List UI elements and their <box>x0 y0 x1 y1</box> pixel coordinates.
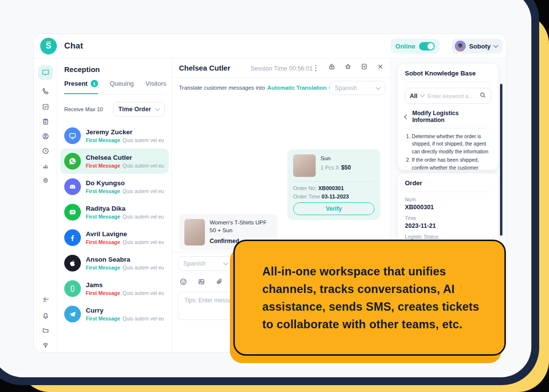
knowledge-search[interactable]: All Enter keyword a... <box>405 88 491 104</box>
marketing-callout: All-in-one workspace that unifies channe… <box>233 240 506 356</box>
sort-order-select[interactable]: Time Order <box>113 102 165 117</box>
article-back-row[interactable]: Modify Logistics Information <box>405 110 491 128</box>
nav-rail <box>34 58 57 352</box>
nav-analytics-icon[interactable] <box>38 158 53 173</box>
apple-channel-icon <box>64 255 81 271</box>
translate-language-select[interactable]: Spanish <box>329 81 385 95</box>
callout-text: All-in-one workspace that unifies channe… <box>235 263 504 333</box>
status-badge: First Message <box>86 214 120 220</box>
rail-folder-icon[interactable] <box>38 323 53 338</box>
status-badge: First Message <box>86 163 120 169</box>
chevron-down-icon <box>420 93 425 98</box>
article-steps: Determine whether the order is shipped, … <box>412 133 491 179</box>
mobile-channel-icon <box>64 280 81 297</box>
order-title: Order <box>405 179 491 192</box>
verify-button[interactable]: Verify <box>293 202 374 215</box>
nav-phone-icon[interactable] <box>38 84 53 98</box>
chat-header: Chelsea Cutler Session Time 00:56:01 ⋮ <box>172 58 390 78</box>
discord-channel-icon <box>64 178 81 195</box>
page-title: Chat <box>64 41 83 51</box>
search-icon[interactable] <box>479 92 486 100</box>
translate-bar: Translate customer messages intoAutomati… <box>172 78 390 98</box>
svg-text:LINE: LINE <box>71 211 75 213</box>
chevron-down-icon <box>155 106 160 111</box>
emoji-icon[interactable] <box>179 278 187 288</box>
article-step: Determine whether the order is shipped, … <box>412 133 491 155</box>
rail-notification-bell-icon[interactable] <box>38 308 53 323</box>
image-icon[interactable] <box>198 278 205 288</box>
status-badge: First Message <box>86 265 120 270</box>
status-badge: First Message <box>86 316 120 321</box>
online-label: Online <box>396 43 415 50</box>
rail-add-contact-icon[interactable] <box>38 293 53 307</box>
product-title: Women's T-Shirts UPF 50 + Sun <box>210 219 273 234</box>
whatsapp-channel-icon <box>64 153 81 170</box>
create-ticket-icon[interactable] <box>360 63 368 74</box>
online-status: Online <box>391 39 440 53</box>
chevron-down-icon <box>494 43 499 48</box>
nav-history-clock-icon[interactable] <box>38 144 53 158</box>
product-image <box>293 154 316 177</box>
facebook-channel-icon <box>64 229 81 246</box>
close-icon[interactable] <box>376 63 384 74</box>
translate-label: Translate customer messages into <box>179 85 265 91</box>
chevron-down-icon <box>224 261 228 266</box>
nav-clipboard-icon[interactable] <box>38 114 53 129</box>
contact-row-jams[interactable]: Jams First MessageQuis autem vel eum iu.… <box>60 276 169 301</box>
tab-visitors[interactable]: Visitors <box>146 80 166 94</box>
user-menu[interactable]: Soboty <box>452 39 502 53</box>
contact-row-raditya-dika[interactable]: LINE Raditya Dika First MessageQuis aute… <box>60 199 169 225</box>
order-num: XB000301 <box>405 204 491 211</box>
nav-task-check-icon[interactable] <box>38 99 53 114</box>
product-name: Sun <box>321 155 351 161</box>
message-list: Sun 1 Pcs X$50 Order No: XB000301 Order … <box>172 98 390 252</box>
user-name: Soboty <box>469 43 491 50</box>
scrollbar-thumb[interactable] <box>500 84 502 236</box>
knowledge-base-title: Sobot Knowledge Base <box>405 70 491 82</box>
page: S Chat Online Soboty <box>0 0 549 392</box>
more-kebab-icon[interactable]: ⋮ <box>312 63 320 74</box>
status-badge: First Message <box>86 137 120 143</box>
automatic-translation-link[interactable]: Automatic Translation <box>267 85 326 91</box>
article-title: Modify Logistics Information <box>412 110 491 123</box>
chevron-down-icon <box>376 85 381 90</box>
telegram-channel-icon <box>64 306 81 322</box>
contact-row-avril-lavigne[interactable]: Avril Lavigne First MessageQuis autem ve… <box>60 225 169 250</box>
status-badge: First Message <box>86 188 120 194</box>
contact-row-chelsea-cutler[interactable]: Chelsea Cutler First MessageQuis autem v… <box>60 148 169 174</box>
nav-chat-icon[interactable] <box>38 65 53 80</box>
tab-queuing[interactable]: Queuing <box>110 80 134 94</box>
composer-language-select[interactable]: Spanish <box>178 256 233 271</box>
knowledge-filter-select[interactable]: All <box>410 93 417 99</box>
tab-present[interactable]: Present 1 <box>64 80 98 94</box>
present-count-badge: 1 <box>91 80 98 87</box>
avatar <box>455 41 466 51</box>
chat-contact-name: Chelsea Cutler <box>179 64 230 72</box>
knowledge-search-input[interactable]: Enter keyword a... <box>427 93 476 99</box>
contact-row-do-kyungso[interactable]: Do Kyungso First MessageQuis autem vel e… <box>60 174 169 199</box>
reception-title: Reception <box>64 65 100 74</box>
status-badge: First Message <box>86 290 120 296</box>
attachment-icon[interactable] <box>216 278 224 288</box>
sobot-logo: S <box>40 38 57 54</box>
line-channel-icon: LINE <box>64 204 81 220</box>
contact-row-curry[interactable]: Curry First MessageQuis autem vel eum iu… <box>60 301 169 327</box>
product-image <box>184 219 205 245</box>
nav-settings-gear-icon[interactable] <box>38 173 53 188</box>
contact-row-jeremy-zucker[interactable]: Jeremy Zucker First MessageQuis autem ve… <box>60 123 169 148</box>
receive-max-label: Receive Max 10 <box>64 106 103 112</box>
app-header: S Chat Online Soboty <box>34 34 506 58</box>
order-time: 2023-11-21 <box>405 222 491 229</box>
transfer-lock-icon[interactable] <box>328 63 336 74</box>
nav-agent-icon[interactable] <box>38 129 53 144</box>
contact-row-anson-seabra[interactable]: Anson Seabra First MessageQuis autem vel… <box>60 250 169 276</box>
rail-network-wifi-icon[interactable] <box>38 338 53 352</box>
online-toggle[interactable] <box>419 42 435 50</box>
order-verify-card: Sun 1 Pcs X$50 Order No: XB000301 Order … <box>287 149 380 220</box>
knowledge-base-card: Sobot Knowledge Base All Enter keyword a… <box>398 63 499 170</box>
favorite-star-icon[interactable] <box>344 63 352 74</box>
session-time: Session Time 00:56:01 <box>250 65 313 72</box>
reception-tabs: Present 1 Queuing Visitors <box>64 80 165 95</box>
contact-list: Jeremy Zucker First MessageQuis autem ve… <box>60 123 169 352</box>
web-chat-channel-icon <box>64 127 81 144</box>
